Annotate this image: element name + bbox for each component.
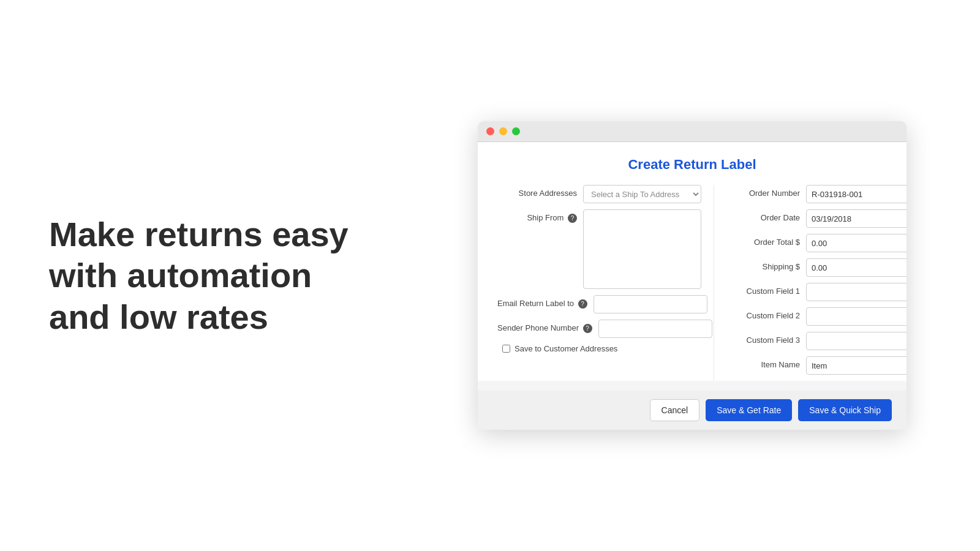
save-customer-row: Save to Customer Addresses: [502, 344, 701, 353]
item-name-input[interactable]: [806, 356, 907, 375]
window-titlebar: [478, 121, 907, 142]
email-help-icon[interactable]: ?: [578, 299, 587, 309]
save-get-rate-button[interactable]: Save & Get Rate: [706, 399, 792, 421]
phone-input[interactable]: [598, 320, 712, 338]
save-customer-checkbox[interactable]: [502, 345, 510, 353]
right-column: Order Number Order Date Order Total $: [714, 185, 907, 381]
store-addresses-row: Store Addresses Select a Ship To Address: [497, 185, 701, 203]
shipping-input[interactable]: [806, 258, 907, 277]
hero-line-1: Make returns easy: [49, 215, 349, 253]
order-number-label: Order Number: [726, 185, 806, 198]
order-total-input[interactable]: [806, 234, 907, 252]
save-customer-label: Save to Customer Addresses: [514, 344, 617, 353]
custom-field-3-input[interactable]: [806, 332, 907, 350]
email-input[interactable]: [594, 295, 707, 313]
shipping-label: Shipping $: [726, 258, 806, 271]
hero-line-3: and low rates: [49, 298, 268, 336]
custom-field-2-row: Custom Field 2: [726, 307, 907, 326]
cancel-button[interactable]: Cancel: [650, 399, 700, 421]
ship-from-row: Ship From ?: [497, 209, 701, 289]
shipping-row: Shipping $: [726, 258, 907, 277]
custom-field-1-label: Custom Field 1: [726, 283, 806, 296]
ship-from-help-icon[interactable]: ?: [568, 214, 577, 223]
phone-help-icon[interactable]: ?: [583, 324, 592, 333]
item-name-label: Item Name: [726, 356, 806, 369]
custom-field-1-row: Custom Field 1: [726, 283, 907, 301]
order-date-label: Order Date: [726, 209, 806, 222]
store-addresses-label: Store Addresses: [497, 185, 583, 198]
maximize-icon[interactable]: [512, 127, 520, 135]
order-total-label: Order Total $: [726, 234, 806, 247]
hero-text: Make returns easy with automation and lo…: [49, 214, 355, 337]
hero-line-2: with automation: [49, 256, 312, 294]
minimize-icon[interactable]: [499, 127, 507, 135]
custom-field-1-input[interactable]: [806, 283, 907, 301]
email-label: Email Return Label to ?: [497, 295, 594, 309]
store-addresses-select[interactable]: Select a Ship To Address: [583, 185, 701, 203]
email-row: Email Return Label to ?: [497, 295, 701, 313]
modal-footer: Cancel Save & Get Rate Save & Quick Ship: [478, 391, 907, 430]
custom-field-2-input[interactable]: [806, 307, 907, 326]
order-total-row: Order Total $: [726, 234, 907, 252]
order-date-row: Order Date: [726, 209, 907, 228]
order-date-input[interactable]: [806, 209, 907, 228]
left-column: Store Addresses Select a Ship To Address…: [497, 185, 714, 381]
save-quick-ship-button[interactable]: Save & Quick Ship: [798, 399, 892, 421]
form-grid: Store Addresses Select a Ship To Address…: [497, 185, 887, 381]
ship-from-label: Ship From ?: [497, 209, 583, 223]
item-name-row: Item Name: [726, 356, 907, 375]
modal-window: Create Return Label Store Addresses Sele…: [478, 121, 907, 430]
custom-field-2-label: Custom Field 2: [726, 307, 806, 320]
modal-body: Create Return Label Store Addresses Sele…: [478, 142, 907, 381]
order-number-row: Order Number: [726, 185, 907, 203]
ship-from-textarea[interactable]: [583, 209, 701, 289]
right-section: Create Return Label Store Addresses Sele…: [404, 121, 980, 430]
custom-field-3-label: Custom Field 3: [726, 332, 806, 345]
hero-section: Make returns easy with automation and lo…: [0, 177, 404, 374]
custom-field-3-row: Custom Field 3: [726, 332, 907, 350]
modal-title: Create Return Label: [497, 157, 887, 173]
order-number-input[interactable]: [806, 185, 907, 203]
phone-label: Sender Phone Number ?: [497, 320, 598, 333]
phone-row: Sender Phone Number ?: [497, 320, 701, 338]
close-icon[interactable]: [486, 127, 494, 135]
